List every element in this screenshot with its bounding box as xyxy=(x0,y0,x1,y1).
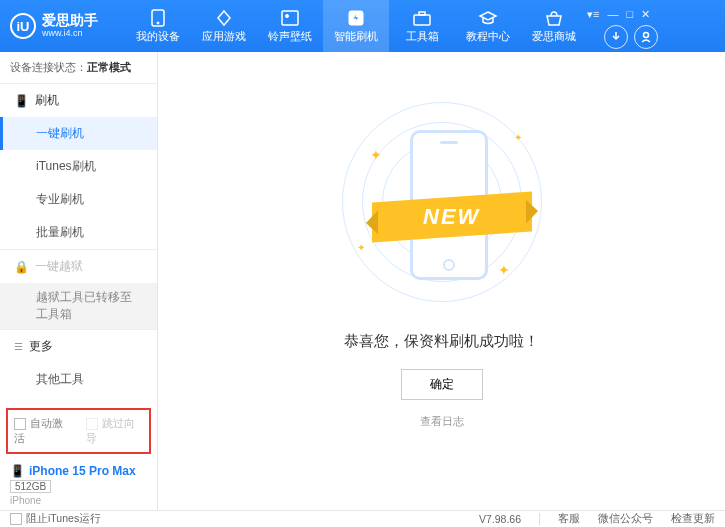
nav-store[interactable]: 爱思商城 xyxy=(521,0,587,52)
footer-check-update[interactable]: 检查更新 xyxy=(671,512,715,526)
flash-icon xyxy=(346,9,366,27)
svg-rect-5 xyxy=(414,15,430,25)
lock-icon: 🔒 xyxy=(14,260,29,274)
image-icon xyxy=(280,9,300,27)
app-name: 爱思助手 xyxy=(42,13,98,28)
sidebar-section-flash[interactable]: 📱 刷机 xyxy=(0,84,157,117)
nav-label: 教程中心 xyxy=(466,29,510,44)
sidebar-item-other-tools[interactable]: 其他工具 xyxy=(0,363,157,396)
logo-icon: iU xyxy=(10,13,36,39)
device-type: iPhone xyxy=(10,495,147,506)
nav-label: 应用游戏 xyxy=(202,29,246,44)
list-icon: ☰ xyxy=(14,341,23,352)
svg-rect-2 xyxy=(282,11,298,25)
phone-icon: 📱 xyxy=(10,464,25,478)
footer: 阻止iTunes运行 V7.98.66 客服 微信公众号 检查更新 xyxy=(0,510,725,527)
nav-toolbox[interactable]: 工具箱 xyxy=(389,0,455,52)
nav-label: 爱思商城 xyxy=(532,29,576,44)
sidebar-item-itunes-flash[interactable]: iTunes刷机 xyxy=(0,150,157,183)
sidebar-item-batch-flash[interactable]: 批量刷机 xyxy=(0,216,157,249)
graduation-icon xyxy=(478,9,498,27)
sidebar-section-jailbreak: 🔒 一键越狱 xyxy=(0,250,157,283)
options-highlight: 自动激活 跳过向导 xyxy=(6,408,151,454)
footer-support[interactable]: 客服 xyxy=(558,512,580,526)
success-message: 恭喜您，保资料刷机成功啦！ xyxy=(344,332,539,351)
store-icon xyxy=(544,9,564,27)
download-button[interactable] xyxy=(604,25,628,49)
nav-flash[interactable]: 智能刷机 xyxy=(323,0,389,52)
toolbox-icon xyxy=(412,9,432,27)
close-button[interactable]: ✕ xyxy=(641,8,650,21)
minimize-button[interactable]: ― xyxy=(607,8,618,21)
device-icon xyxy=(148,9,168,27)
maximize-button[interactable]: □ xyxy=(626,8,633,21)
titlebar: iU 爱思助手 www.i4.cn 我的设备 应用游戏 铃声壁纸 智能刷机 工具… xyxy=(0,0,725,52)
device-name[interactable]: 📱 iPhone 15 Pro Max xyxy=(10,464,147,478)
nav-apps[interactable]: 应用游戏 xyxy=(191,0,257,52)
nav-ringtones[interactable]: 铃声壁纸 xyxy=(257,0,323,52)
top-nav: 我的设备 应用游戏 铃声壁纸 智能刷机 工具箱 教程中心 爱思商城 xyxy=(125,0,587,52)
main-content: ✦✦✦✦ NEW 恭喜您，保资料刷机成功啦！ 确定 查看日志 xyxy=(158,52,725,510)
sidebar-item-download-firmware[interactable]: 下载固件 xyxy=(0,396,157,404)
app-url: www.i4.cn xyxy=(42,29,98,39)
footer-wechat[interactable]: 微信公众号 xyxy=(598,512,653,526)
version-label: V7.98.66 xyxy=(479,513,521,525)
apps-icon xyxy=(214,9,234,27)
svg-point-7 xyxy=(644,32,649,37)
menu-icon[interactable]: ▾≡ xyxy=(587,8,599,21)
block-itunes-checkbox[interactable]: 阻止iTunes运行 xyxy=(10,512,101,526)
skip-guide-checkbox[interactable]: 跳过向导 xyxy=(86,416,144,446)
nav-label: 智能刷机 xyxy=(334,29,378,44)
nav-my-device[interactable]: 我的设备 xyxy=(125,0,191,52)
nav-tutorials[interactable]: 教程中心 xyxy=(455,0,521,52)
ribbon-text: NEW xyxy=(423,204,480,230)
svg-point-3 xyxy=(286,14,289,17)
auto-activate-checkbox[interactable]: 自动激活 xyxy=(14,416,72,446)
sidebar-item-oneclick-flash[interactable]: 一键刷机 xyxy=(0,117,157,150)
window-controls: ▾≡ ― □ ✕ xyxy=(587,8,650,21)
success-illustration: ✦✦✦✦ NEW xyxy=(352,102,532,302)
nav-label: 工具箱 xyxy=(406,29,439,44)
sidebar-section-more[interactable]: ☰ 更多 xyxy=(0,330,157,363)
sidebar: 设备连接状态：正常模式 📱 刷机 一键刷机 iTunes刷机 专业刷机 批量刷机… xyxy=(0,52,158,510)
view-log-link[interactable]: 查看日志 xyxy=(420,414,464,429)
sidebar-item-pro-flash[interactable]: 专业刷机 xyxy=(0,183,157,216)
sidebar-jailbreak-note: 越狱工具已转移至工具箱 xyxy=(0,283,157,329)
phone-icon: 📱 xyxy=(14,94,29,108)
device-info: 📱 iPhone 15 Pro Max 512GB iPhone xyxy=(0,458,157,510)
svg-point-1 xyxy=(157,22,159,24)
user-button[interactable] xyxy=(634,25,658,49)
connection-status: 设备连接状态：正常模式 xyxy=(0,52,157,84)
nav-label: 我的设备 xyxy=(136,29,180,44)
storage-badge: 512GB xyxy=(10,480,51,493)
confirm-button[interactable]: 确定 xyxy=(401,369,483,400)
app-logo: iU 爱思助手 www.i4.cn xyxy=(10,13,125,39)
svg-rect-6 xyxy=(419,12,425,15)
nav-label: 铃声壁纸 xyxy=(268,29,312,44)
